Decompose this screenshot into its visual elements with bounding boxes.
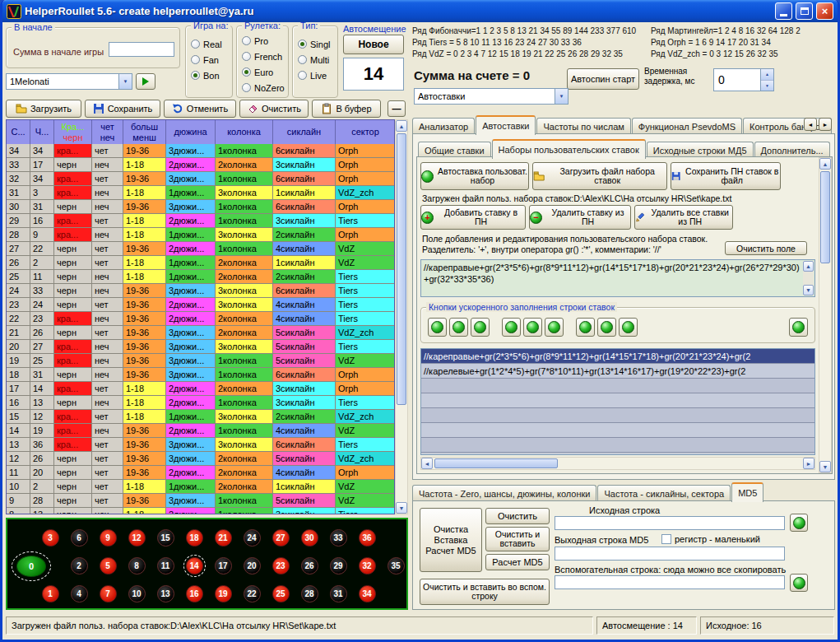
maximize-button[interactable]: [796, 2, 813, 20]
board-number-3[interactable]: 3: [42, 529, 59, 547]
tab-MD5[interactable]: MD5: [731, 482, 763, 502]
table-row[interactable]: 2916кра...чет1-182дюжи...1колонка3сиклай…: [7, 214, 394, 228]
table-row[interactable]: 1226чернчет19-363дюжи...2колонка5сиклайн…: [7, 452, 394, 466]
bet-list-hscrollbar[interactable]: ◄ ►: [420, 457, 815, 470]
quick-fill-button[interactable]: [449, 318, 468, 337]
quick-fill-button[interactable]: [576, 318, 595, 337]
table-row[interactable]: 1925кра...неч19-363дюжи...1колонка5сикла…: [7, 354, 394, 368]
table-row[interactable]: 2223кра...неч19-362дюжи...2колонка4сикла…: [7, 312, 394, 326]
scroll-down-icon[interactable]: ▼: [803, 285, 814, 295]
edit-area-scrollbar[interactable]: ▲ ▼: [803, 261, 814, 295]
board-number-9[interactable]: 9: [100, 529, 117, 547]
bet-list-item[interactable]: //кареправые+gr(2*3*5*6)+gr(8*9*11*12)+g…: [421, 349, 814, 364]
table-row[interactable]: 1419кра...неч19-362дюжи...1колонка4сикла…: [7, 424, 394, 438]
quick-fill-button[interactable]: [597, 318, 616, 337]
tab-Частота - сиклайны, сектора[interactable]: Частота - сиклайны, сектора: [597, 485, 731, 501]
tab-Частоты по числам[interactable]: Частоты по числам: [536, 118, 630, 134]
board-number-15[interactable]: 15: [157, 529, 174, 547]
table-row[interactable]: 2722чернчет19-362дюжи...1колонка4сиклайн…: [7, 242, 394, 256]
scrollbar-thumb[interactable]: [820, 171, 830, 263]
scroll-down-icon[interactable]: ▼: [396, 502, 407, 514]
clear-field-button[interactable]: Очистить поле: [725, 241, 807, 255]
scrollbar-thumb[interactable]: [434, 458, 558, 468]
board-number-16[interactable]: 16: [186, 585, 203, 602]
autospin-start-button[interactable]: Автоспин старт: [567, 68, 639, 90]
board-number-31[interactable]: 31: [330, 585, 347, 602]
subtab-Дополнитель...[interactable]: Дополнитель...: [754, 142, 830, 158]
table-row[interactable]: 1831черннеч19-363дюжи...1колонка6сиклайн…: [7, 368, 394, 382]
radio-Bon[interactable]: Bon: [186, 67, 232, 83]
board-number-6[interactable]: 6: [71, 529, 88, 547]
table-row[interactable]: 102чернчет1-181дюжи...2колонка1сиклайнVd…: [7, 480, 394, 494]
table-row[interactable]: 2126чернчет19-363дюжи...2колонка5сиклайн…: [7, 326, 394, 340]
save-button[interactable]: Сохранить: [85, 100, 160, 118]
board-number-2[interactable]: 2: [71, 557, 88, 575]
quick-fill-button[interactable]: [428, 318, 447, 337]
table-row[interactable]: 928чернчет19-363дюжи...1колонка5сиклайнV…: [7, 494, 394, 508]
board-number-5[interactable]: 5: [100, 557, 117, 575]
autobet-user-set-button[interactable]: Автоставка пользоват. набор: [420, 162, 529, 190]
radio-Singl[interactable]: Singl: [293, 36, 337, 52]
table-row[interactable]: 3317черннеч1-182дюжи...2колонка3сиклайнO…: [7, 158, 394, 172]
board-number-27[interactable]: 27: [272, 529, 290, 547]
board-number-8[interactable]: 8: [128, 557, 146, 575]
tab-Функционал PsevdoMS[interactable]: Функционал PsevdoMS: [632, 118, 742, 134]
quick-fill-button[interactable]: [619, 318, 638, 337]
radio-Real[interactable]: Real: [186, 36, 232, 52]
table-row[interactable]: 1512кра...чет1-181дюжи...3колонка2сиклай…: [7, 410, 394, 424]
close-button[interactable]: ×: [816, 2, 833, 20]
tab-Анализатор[interactable]: Анализатор: [412, 118, 475, 134]
chevron-down-icon[interactable]: ▼: [555, 89, 568, 104]
preset-combobox[interactable]: 1Melonati ▼: [6, 73, 132, 90]
register-checkbox-row[interactable]: регистр - маленький: [661, 534, 760, 544]
board-number-32[interactable]: 32: [359, 557, 376, 575]
load-button[interactable]: Загрузить: [6, 100, 81, 118]
scroll-left-icon[interactable]: ◄: [421, 458, 433, 469]
board-number-36[interactable]: 36: [359, 529, 376, 547]
table-row[interactable]: 3031черннеч19-363дюжи...1колонка6сиклайн…: [7, 200, 394, 214]
table-row[interactable]: 289кра...неч1-181дюжи...3колонка2сиклайн…: [7, 228, 394, 242]
subtab-Общие ставки[interactable]: Общие ставки: [418, 142, 491, 158]
delay-spinner[interactable]: 0 ▲ ▼: [713, 68, 774, 91]
radio-Pro[interactable]: Pro: [237, 33, 288, 49]
table-row[interactable]: 3434кра...чет19-363дюжи...1колонка6сикла…: [7, 144, 394, 158]
clear-paste-aux-button[interactable]: Очистить и вставить во вспом. строку: [420, 579, 550, 605]
board-number-23[interactable]: 23: [272, 557, 290, 575]
scroll-up-icon[interactable]: ▲: [396, 120, 407, 132]
table-row[interactable]: 2511черннеч1-181дюжи...2колонка2сиклайнT…: [7, 270, 394, 284]
scrollbar-thumb[interactable]: [397, 133, 406, 405]
scroll-up-icon[interactable]: ▲: [803, 261, 814, 272]
board-number-10[interactable]: 10: [128, 585, 146, 602]
radio-NoZero[interactable]: NoZero: [237, 80, 288, 95]
tab-Частота - Zero, шансы, дюжины, колонки[interactable]: Частота - Zero, шансы, дюжины, колонки: [412, 485, 596, 501]
to-buffer-button[interactable]: В буфер: [312, 100, 381, 118]
start-sum-input[interactable]: [109, 42, 174, 57]
bet-list-item[interactable]: //карелевые+gr(1*2*4*5)+gr(7*8*10*11)+gr…: [421, 364, 814, 379]
autobets-combobox[interactable]: Автоставки ▼: [414, 88, 569, 105]
quick-fill-button[interactable]: [502, 318, 521, 337]
table-row[interactable]: 2324чернчет19-362дюжи...3колонка4сиклайн…: [7, 298, 394, 312]
table-row[interactable]: 2027кра...неч19-363дюжи...3колонка5сикла…: [7, 340, 394, 354]
bet-edit-area[interactable]: //кареправые+gr(2*3*5*6)+gr(8*9*11*12)+g…: [420, 259, 815, 297]
board-number-26[interactable]: 26: [301, 557, 318, 575]
board-number-12[interactable]: 12: [128, 529, 146, 547]
collapse-button[interactable]: —: [388, 100, 406, 117]
board-number-4[interactable]: 4: [71, 585, 88, 602]
scroll-right-icon[interactable]: ►: [803, 458, 814, 469]
board-number-21[interactable]: 21: [215, 529, 232, 547]
board-number-19[interactable]: 19: [215, 585, 232, 602]
table-row[interactable]: 2433черннеч19-363дюжи...3колонка6сиклайн…: [7, 284, 394, 298]
table-row[interactable]: 313кра...неч1-181дюжи...3колонка1сиклайн…: [7, 186, 394, 200]
board-number-22[interactable]: 22: [244, 585, 261, 602]
board-number-14[interactable]: 14: [186, 557, 203, 575]
panel-scrollbar[interactable]: ▲ ▼: [819, 157, 832, 473]
output-string-input[interactable]: [555, 547, 785, 561]
table-row[interactable]: 1613черннеч1-182дюжи...1колонка3сиклайнT…: [7, 396, 394, 410]
radio-Multi[interactable]: Multi: [293, 52, 337, 67]
table-row[interactable]: 1336кра...чет19-363дюжи...3колонка6сикла…: [7, 438, 394, 452]
table-row[interactable]: 3234кра...чет19-363дюжи...1колонка6сикла…: [7, 172, 394, 186]
board-number-24[interactable]: 24: [244, 529, 261, 547]
scroll-down-icon[interactable]: ▼: [819, 461, 831, 472]
board-number-35[interactable]: 35: [388, 557, 405, 575]
bet-list[interactable]: //кареправые+gr(2*3*5*6)+gr(8*9*11*12)+g…: [420, 348, 815, 455]
